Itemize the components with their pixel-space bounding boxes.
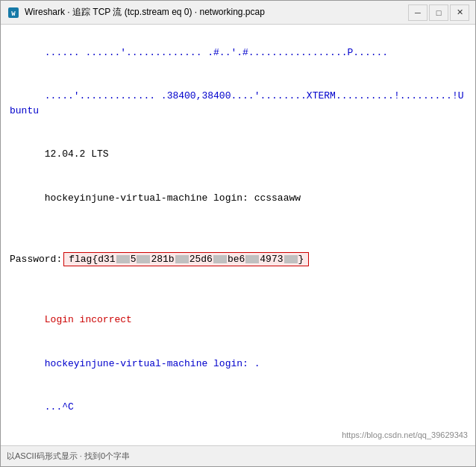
line-8: hockeyinjune-virtual-machine login: .	[45, 358, 260, 369]
line-9: ...^C	[45, 401, 74, 413]
window-title: Wireshark · 追踪 TCP 流 (tcp.stream eq 0) ·…	[25, 6, 408, 19]
line-1: ...... ......'............. .#..'.#.....…	[45, 47, 388, 58]
window-controls: ─ □ ✕	[408, 4, 469, 21]
close-button[interactable]: ✕	[450, 4, 469, 21]
redacted-1	[116, 255, 130, 263]
flag-prefix: flag{d31	[69, 254, 115, 265]
line-4: hockeyinjune-virtual-machine login: ccss…	[45, 192, 301, 204]
redacted-2	[137, 255, 150, 263]
redacted-4	[213, 255, 227, 263]
redacted-5	[245, 255, 259, 263]
wireshark-window: W Wireshark · 追踪 TCP 流 (tcp.stream eq 0)…	[0, 0, 476, 467]
minimize-button[interactable]: ─	[408, 4, 428, 21]
line-3: 12.04.2 LTS	[45, 148, 109, 160]
svg-text:W: W	[11, 10, 16, 18]
content-area: ...... ......'............. .#..'.#.....…	[1, 25, 475, 445]
line-7: Login incorrect	[45, 314, 132, 325]
password-label: Password:	[10, 254, 62, 265]
wireshark-icon: W	[7, 6, 20, 19]
redacted-6	[284, 255, 298, 263]
password-line: Password: flag{d315281b25d6be64973}	[10, 252, 466, 266]
bottom-bar-text: 以ASCII码形式显示 · 找到0个字串	[7, 451, 130, 462]
terminal-output-2: Login incorrect hockeyinjune-virtual-mac…	[10, 269, 466, 430]
flag-seg5: 4973	[260, 254, 283, 265]
flag-seg3: 25d6	[190, 254, 213, 265]
flag-seg4: be6	[228, 254, 245, 265]
maximize-button[interactable]: □	[429, 4, 448, 21]
bottom-bar: 以ASCII码形式显示 · 找到0个字串	[1, 445, 475, 466]
flag-seg1: 5	[131, 254, 137, 265]
flag-suffix: }	[298, 254, 304, 265]
watermark: https://blog.csdn.net/qq_39629343	[342, 430, 468, 439]
title-bar: W Wireshark · 追踪 TCP 流 (tcp.stream eq 0)…	[1, 1, 475, 25]
flag-value-box: flag{d315281b25d6be64973}	[63, 252, 309, 266]
flag-seg2: 281b	[151, 254, 174, 265]
line-2: .....'............. .38400,38400....'...…	[10, 90, 464, 116]
redacted-3	[175, 255, 189, 263]
terminal-output: ...... ......'............. .#..'.#.....…	[10, 31, 466, 249]
